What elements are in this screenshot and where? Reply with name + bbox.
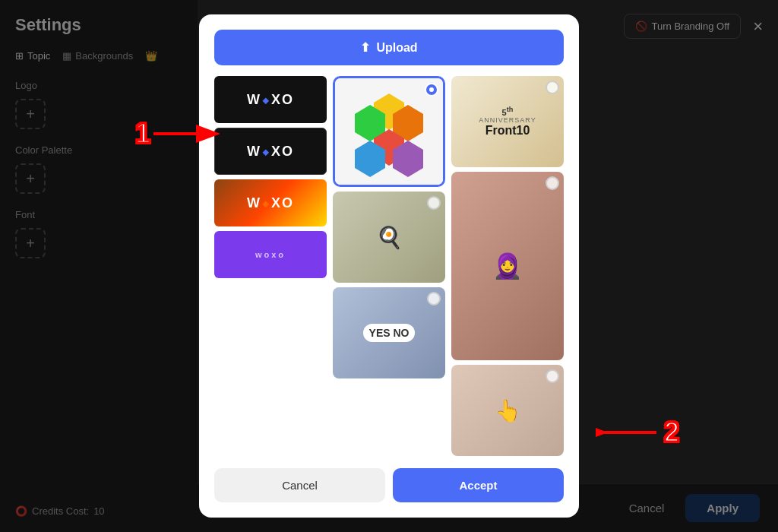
anniversary-radio — [546, 81, 559, 94]
hijab-radio — [546, 176, 559, 190]
logo-item-black[interactable]: W⬥XO — [214, 76, 327, 123]
modal-accept-button[interactable]: Accept — [393, 468, 564, 502]
logo-text-black: W⬥XO — [247, 92, 294, 108]
pointing-radio — [546, 369, 559, 383]
logo-text-purple: woxo — [255, 250, 286, 259]
logo-text-fire: W⬥XO — [247, 195, 294, 211]
image-picker-modal: ⬆ Upload W⬥XO W⬥XO W⬥XO woxo — [199, 14, 579, 518]
right-column: 5th ANNIVERSARY Front10 🧕 👆 — [451, 76, 564, 456]
honeycomb-svg — [343, 86, 435, 177]
kitchen-photo[interactable]: 🍳 — [333, 192, 445, 283]
anniversary-photo[interactable]: 5th ANNIVERSARY Front10 — [451, 76, 564, 167]
kitchen-radio — [427, 196, 441, 210]
hijab-photo[interactable]: 🧕 — [451, 172, 564, 360]
modal-cancel-button[interactable]: Cancel — [214, 468, 385, 502]
logo-item-fire[interactable]: W⬥XO — [214, 179, 327, 226]
protest-photo[interactable]: YES NO — [333, 287, 445, 378]
selected-honeycomb-item[interactable] — [333, 76, 445, 187]
pointing-photo[interactable]: 👆 — [451, 365, 564, 456]
logo-column: W⬥XO W⬥XO W⬥XO woxo — [214, 76, 327, 456]
modal-footer: Cancel Accept — [214, 468, 564, 502]
logo-item-purple[interactable]: woxo — [214, 231, 327, 278]
modal-overlay: ⬆ Upload W⬥XO W⬥XO W⬥XO woxo — [0, 0, 778, 532]
upload-button[interactable]: ⬆ Upload — [214, 30, 564, 65]
selected-radio — [425, 83, 438, 97]
protest-radio — [427, 292, 441, 306]
image-grid: W⬥XO W⬥XO W⬥XO woxo — [214, 76, 564, 456]
logo-text-white: W⬥XO — [247, 144, 294, 160]
upload-icon: ⬆ — [360, 40, 370, 55]
logo-item-white[interactable]: W⬥XO — [214, 128, 327, 175]
middle-column: 🍳 YES NO — [333, 76, 445, 456]
